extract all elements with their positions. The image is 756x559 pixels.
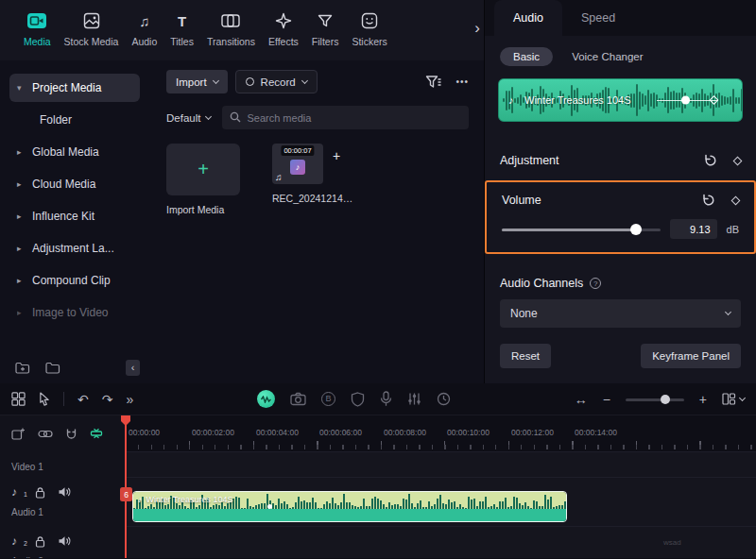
caret-closed-icon: ▸ [17, 244, 26, 253]
tab-stock-media[interactable]: Stock Media [58, 8, 126, 49]
voiceover-mic-icon[interactable] [380, 391, 392, 407]
mask-shield-icon[interactable] [351, 392, 365, 407]
zoom-slider-handle[interactable] [661, 395, 670, 404]
timeline-body: Video 1 ♪1 Audio 1 ♪2 Au [0, 415, 756, 558]
tab-transitions[interactable]: Transitions [200, 8, 262, 49]
track-header-audio-2[interactable]: ♪2 Audio 2 [0, 527, 125, 558]
tab-media[interactable]: Media [17, 8, 58, 49]
undo-icon[interactable]: ↶ [77, 393, 89, 406]
search-input[interactable] [247, 112, 461, 124]
ruler-label: 00:00:12:00 [511, 428, 554, 437]
render-preview-icon[interactable] [437, 392, 451, 406]
import-media-label: Import Media [166, 204, 240, 215]
sidebar-footer [15, 362, 60, 375]
audio-clip[interactable]: ♪ Winter Treasures 104S [132, 491, 567, 522]
reset-button[interactable]: Reset [500, 344, 551, 368]
import-dropdown-button[interactable]: Import [166, 70, 228, 93]
lock-track-icon[interactable] [35, 486, 45, 499]
sort-dropdown[interactable]: Default [166, 112, 211, 124]
audio-mixer-icon[interactable] [407, 392, 421, 406]
tab-audio[interactable]: ♫ Audio [125, 8, 163, 49]
volume-value-input[interactable]: 9.13 [670, 219, 717, 239]
auto-ripple-icon[interactable] [90, 427, 103, 440]
subtab-voice-changer[interactable]: Voice Changer [572, 51, 643, 62]
sidebar-collapse-button[interactable]: ‹ [126, 360, 140, 376]
adjustment-keyframe-icon[interactable] [734, 158, 741, 164]
sidebar-item-image-to-video[interactable]: ▸ Image to Video [9, 298, 140, 327]
link-clips-icon[interactable] [38, 430, 53, 438]
sidebar-item-cloud-media[interactable]: ▸ Cloud Media [9, 170, 140, 198]
tab-stickers[interactable]: Stickers [345, 8, 393, 49]
timeline-zoom-slider[interactable] [626, 394, 684, 405]
adjustment-reset-icon[interactable] [704, 154, 717, 167]
tab-audio-properties[interactable]: Audio [494, 0, 562, 36]
keyframe-dot[interactable] [681, 96, 690, 105]
music-note-icon: ♪ [508, 94, 514, 106]
tab-filters[interactable]: Filters [305, 8, 346, 49]
sidebar-item-influence-kit[interactable]: ▸ Influence Kit [9, 202, 140, 230]
record-dropdown-button[interactable]: Record [235, 70, 318, 93]
track-manager-icon[interactable] [11, 392, 26, 406]
track-header-video-1[interactable]: Video 1 [0, 451, 125, 478]
timeline-ruler[interactable]: 00:00:00 00:00:02:00 00:00:04:00 00:00:0… [126, 415, 756, 451]
more-tools-icon[interactable]: » [126, 393, 133, 406]
effects-icon [275, 10, 292, 31]
sidebar-item-project-media[interactable]: ▾ Project Media [9, 74, 140, 102]
audio-channels-dropdown[interactable]: None [500, 299, 741, 328]
zoom-out-icon[interactable]: − [603, 393, 610, 406]
caret-closed-icon: ▸ [17, 308, 26, 317]
volume-slider[interactable] [502, 223, 661, 236]
volume-keyframe-icon[interactable] [732, 197, 739, 204]
clip-keyframe-dot[interactable] [267, 504, 272, 509]
audio-track-2-lane[interactable] [126, 527, 756, 558]
import-media-card[interactable]: + [166, 144, 240, 195]
tab-effects[interactable]: Effects [262, 8, 305, 49]
volume-reset-icon[interactable] [702, 194, 715, 207]
filter-button[interactable] [425, 75, 441, 90]
lock-track-icon[interactable] [35, 535, 45, 548]
toolbar-more-chevron-icon[interactable]: › [474, 19, 480, 38]
sidebar-item-compound-clip[interactable]: ▸ Compound Clip [9, 266, 140, 295]
sidebar-item-global-media[interactable]: ▸ Global Media [9, 138, 140, 166]
media-item[interactable]: 00:00:07 ♪ ♫ + REC_20241214_... [272, 144, 355, 204]
select-pointer-icon[interactable] [39, 392, 50, 406]
tab-speed-properties[interactable]: Speed [562, 0, 634, 36]
mute-speaker-icon[interactable] [58, 486, 71, 498]
more-options-button[interactable]: ••• [455, 76, 469, 87]
filters-icon [318, 10, 333, 31]
sidebar-item-folder[interactable]: Folder [9, 106, 140, 134]
mute-speaker-icon[interactable] [58, 535, 71, 547]
sidebar-item-adjustment-layer[interactable]: ▸ Adjustment La... [9, 234, 140, 263]
volume-slider-handle[interactable] [630, 224, 642, 235]
folder-icon[interactable] [45, 362, 60, 375]
media-thumbnail[interactable]: 00:00:07 ♪ ♫ + [272, 144, 323, 184]
subtab-basic[interactable]: Basic [500, 47, 553, 66]
zoom-in-icon[interactable]: + [699, 393, 707, 406]
clip-label: ♪ Winter Treasures 104S [138, 495, 233, 504]
audio-stretch-icon[interactable] [257, 390, 275, 408]
clip-marker-badge[interactable]: 6 [120, 487, 132, 501]
caret-open-icon: ▾ [17, 83, 26, 93]
ruler-label: 00:00:14:00 [575, 428, 617, 437]
transitions-icon [221, 10, 240, 31]
b-badge-icon[interactable]: B [321, 392, 335, 406]
timeline-layout-button[interactable] [722, 393, 745, 405]
new-folder-icon[interactable] [15, 362, 30, 375]
search-box[interactable] [222, 106, 469, 129]
audio-icon: ♫ [139, 10, 149, 31]
video-track-lane[interactable] [126, 451, 756, 478]
info-icon[interactable]: ? [590, 278, 601, 289]
add-to-timeline-button[interactable]: + [329, 148, 344, 163]
track-header-audio-1[interactable]: ♪1 Audio 1 [0, 478, 125, 527]
audio-clip-preview[interactable]: ♪ Winter Treasures 104S [498, 78, 743, 122]
redo-icon[interactable]: ↷ [102, 393, 113, 406]
magnet-snap-icon[interactable] [65, 428, 77, 440]
tab-titles[interactable]: T Titles [163, 8, 200, 49]
fit-timeline-icon[interactable]: ↔ [575, 393, 588, 406]
insert-clip-icon[interactable] [11, 427, 26, 440]
tab-stock-media-label: Stock Media [64, 36, 119, 47]
keyframe-panel-button[interactable]: Keyframe Panel [641, 344, 741, 368]
sidebar-item-label: Folder [40, 113, 72, 127]
audio-track-icon: ♪2 [11, 534, 23, 548]
snapshot-camera-icon[interactable] [290, 392, 306, 406]
